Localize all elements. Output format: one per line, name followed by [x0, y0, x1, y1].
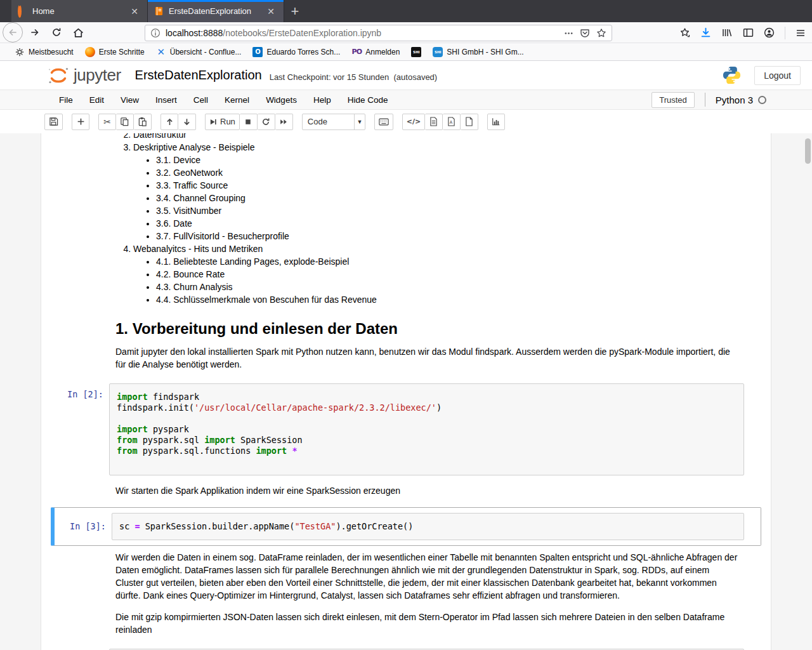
scrollbar-thumb[interactable]	[805, 138, 811, 164]
tab-notebook[interactable]: ErsteDatenExploration ✕	[148, 0, 284, 22]
toc-subitem: 3.7. FullVisitorId - Besucherprofile	[156, 230, 738, 242]
page-info-icon[interactable]	[150, 28, 160, 38]
bookmark-item[interactable]: Meistbesucht	[10, 45, 78, 59]
bookmark-item[interactable]: SHI	[407, 45, 426, 59]
download-icon[interactable]	[700, 27, 711, 38]
markdown-cell[interactable]: DatenstrukturDeskriptive Analyse - Beisp…	[51, 133, 761, 310]
code-line: from pyspark.sql.functions import *	[117, 446, 737, 456]
kernel-idle-icon	[758, 96, 766, 104]
toggle-code-button[interactable]: </>	[402, 114, 425, 130]
markdown-cell[interactable]: Wir starten die Spark Applikation indem …	[51, 481, 761, 501]
export-pdf-button[interactable]: A	[443, 114, 461, 130]
menu-hamburger-icon[interactable]	[796, 28, 806, 38]
markdown-cell[interactable]: Damit jupyter den lokal installierten Sp…	[51, 342, 761, 375]
menu-edit[interactable]: Edit	[81, 91, 112, 109]
markdown-paragraph: Die mit gzip kompirmierten JSON-Daten la…	[115, 611, 738, 636]
menu-kernel[interactable]: Kernel	[216, 91, 258, 109]
menu-cell[interactable]: Cell	[185, 91, 216, 109]
restart-kernel-button[interactable]	[258, 114, 275, 130]
tab-close-icon[interactable]: ✕	[128, 5, 141, 18]
back-button[interactable]	[3, 22, 23, 43]
command-palette-button[interactable]	[374, 114, 393, 130]
checkpoint-status: Last Checkpoint: vor 15 Stunden (autosav…	[270, 69, 438, 82]
move-cell-up-button[interactable]	[160, 114, 178, 130]
bookmark-item[interactable]: ✕Übersicht - Conflue...	[152, 45, 246, 59]
python-logo-icon	[722, 65, 742, 85]
markdown-body: DatenstrukturDeskriptive Analyse - Beisp…	[109, 133, 744, 306]
chart-button[interactable]	[487, 114, 505, 130]
bookmark-item[interactable]: POAnmelden	[347, 45, 404, 59]
tab-title: ErsteDatenExploration	[169, 6, 265, 16]
cell-prompt: In [2]:	[55, 383, 109, 475]
code-line	[117, 413, 737, 424]
bookmark-label: Eduardo Torres Sch...	[266, 48, 340, 56]
reload-button[interactable]	[47, 23, 66, 42]
tab-close-icon[interactable]: ✕	[265, 5, 277, 18]
cut-cell-button[interactable]: ✂	[98, 114, 116, 130]
scrollbar-track[interactable]	[804, 133, 811, 650]
menu-help[interactable]: Help	[305, 91, 339, 109]
menu-hide-code[interactable]: Hide Code	[339, 91, 396, 109]
toc-subitem: 3.3. Traffic Source	[156, 179, 738, 192]
code-cell[interactable]: In [3]:sc = SparkSession.builder.appName…	[51, 507, 761, 546]
notebook-scroll-area[interactable]: DatenstrukturDeskriptive Analyse - Beisp…	[0, 133, 812, 650]
cell-type-select[interactable]: Code ▼	[302, 114, 365, 130]
export-document-button[interactable]	[425, 114, 443, 130]
move-cell-down-button[interactable]	[178, 114, 196, 130]
logout-button[interactable]: Logout	[754, 66, 801, 85]
interrupt-kernel-button[interactable]	[240, 114, 258, 130]
save-icon	[49, 117, 58, 126]
new-tab-button[interactable]: +	[284, 0, 306, 22]
markdown-cell[interactable]: Wir werden die Daten in einem sog. DataF…	[51, 547, 761, 640]
code-line: sc = SparkSession.builder.appName("TestG…	[119, 521, 737, 532]
url-bar[interactable]: localhost:8888/notebooks/ErsteDatenExplo…	[145, 25, 612, 41]
page-actions-icon[interactable]	[564, 29, 573, 38]
toc-item: Datenstruktur	[133, 133, 738, 141]
document-icon	[429, 117, 438, 126]
menu-file[interactable]: File	[51, 91, 81, 109]
cell-prompt	[55, 551, 109, 636]
sidebar-icon[interactable]	[743, 27, 754, 38]
code-cell[interactable]: In [4]:dataF = sc.read.json('/Users/edua…	[51, 645, 761, 650]
pocket-icon[interactable]	[580, 28, 590, 38]
save-button[interactable]	[44, 114, 63, 130]
add-cell-button[interactable]	[72, 114, 89, 130]
trusted-button[interactable]: Trusted	[652, 92, 695, 108]
kernel-indicator: Python 3	[716, 95, 766, 105]
paste-cell-button[interactable]	[134, 114, 152, 130]
menu-widgets[interactable]: Widgets	[258, 91, 305, 109]
menubar-divider	[705, 93, 705, 107]
cell-content: 1. Vorbereitung und einlesen der Daten	[109, 320, 744, 336]
notebook-title[interactable]: ErsteDatenExploration	[135, 68, 262, 83]
bookmark-star-icon[interactable]	[596, 28, 606, 38]
run-cell-button[interactable]: Run	[205, 114, 240, 130]
confluence-icon: ✕	[156, 47, 166, 57]
code-input-area[interactable]: sc = SparkSession.builder.appName("TestG…	[112, 513, 744, 540]
new-file-button[interactable]	[461, 114, 478, 130]
markdown-cell[interactable]: 1. Vorbereitung und einlesen der Daten	[51, 316, 761, 340]
code-cell[interactable]: In [2]:import findsparkfindspark.init('/…	[51, 380, 761, 479]
markdown-paragraph: Damit jupyter den lokal installierten Sp…	[115, 345, 738, 371]
code-input-area[interactable]: import findsparkfindspark.init('/usr/loc…	[109, 383, 744, 475]
bookmark-label: Meistbesucht	[29, 48, 74, 56]
forward-button[interactable]	[25, 23, 44, 42]
bookmark-item[interactable]: SHISHI GmbH - SHI Gm...	[428, 45, 528, 59]
tab-home[interactable]: Home ✕	[11, 0, 148, 22]
gear-icon	[15, 47, 25, 57]
bookmark-item[interactable]: Erste Schritte	[81, 45, 149, 59]
markdown-paragraph: Wir starten die Spark Applikation indem …	[115, 484, 738, 497]
toc-subitem: 4.2. Bounce Rate	[156, 268, 738, 281]
home-button[interactable]	[69, 23, 88, 42]
jupyter-logo-icon	[47, 66, 70, 85]
copy-cell-button[interactable]	[116, 114, 134, 130]
menu-view[interactable]: View	[112, 91, 147, 109]
bookmark-label: SHI GmbH - SHI Gm...	[447, 48, 523, 56]
library-star-icon[interactable]	[679, 27, 690, 38]
bookmark-item[interactable]: OEduardo Torres Sch...	[248, 45, 344, 59]
jupyter-logo[interactable]: jupyter	[47, 65, 121, 85]
account-icon[interactable]	[764, 27, 775, 38]
menu-insert[interactable]: Insert	[147, 91, 185, 109]
cell-content: Wir werden die Daten in einem sog. DataF…	[109, 551, 744, 636]
library-icon[interactable]	[721, 27, 733, 38]
restart-run-all-button[interactable]	[275, 114, 293, 130]
